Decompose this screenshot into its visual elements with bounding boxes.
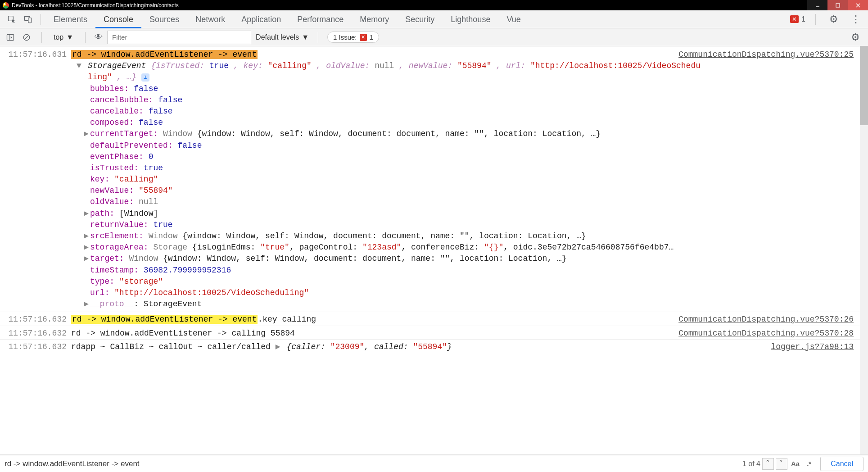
- expand-toggle-icon[interactable]: ▶: [84, 208, 90, 219]
- timestamp: 11:57:16.632: [4, 341, 71, 353]
- object-summary[interactable]: ▼ StorageEvent {isTrusted: true , key: "…: [0, 60, 868, 72]
- levels-label: Default levels: [256, 33, 299, 41]
- error-counter[interactable]: ✕ 1: [790, 15, 805, 23]
- console-messages: 11:57:16.631 rd -> window.addEventListen…: [0, 46, 868, 455]
- prop-row[interactable]: isTrusted: true: [0, 163, 868, 174]
- prop-row[interactable]: type: "storage": [0, 276, 868, 287]
- expand-toggle-icon[interactable]: ▶: [84, 299, 90, 310]
- window-maximize-button[interactable]: [827, 0, 848, 10]
- more-menu-icon[interactable]: ⋮: [847, 14, 864, 25]
- timestamp: 11:57:16.632: [4, 328, 71, 339]
- tab-console[interactable]: Console: [95, 10, 141, 28]
- device-toolbar-icon[interactable]: [22, 13, 34, 26]
- prop-row[interactable]: ▶storageArea: Storage {isLoginEdms: "tru…: [0, 242, 868, 253]
- prop-row[interactable]: url: "http://localhost:10025/VideoSchedu…: [0, 287, 868, 299]
- prop-row[interactable]: ▶srcElement: Window {window: Window, sel…: [0, 231, 868, 242]
- window-titlebar: DevTools - localhost:10025/Communication…: [0, 0, 868, 10]
- window-close-button[interactable]: [848, 0, 868, 10]
- find-prev-button[interactable]: ˄: [762, 458, 774, 470]
- log-row[interactable]: 11:57:16.632 rd -> window.addEventListen…: [0, 326, 868, 339]
- clear-console-icon[interactable]: [21, 32, 32, 43]
- devtools-tabs: Elements Console Sources Network Applica…: [0, 10, 868, 28]
- console-toolbar: top ▼ 👁 Default levels ▼ 1 Issue: ✕ 1 ⚙: [0, 28, 868, 46]
- cancel-button[interactable]: Cancel: [820, 457, 863, 471]
- console-settings-gear-icon[interactable]: ⚙: [847, 32, 863, 43]
- issue-count: 1: [370, 33, 373, 41]
- scrollbar-thumb[interactable]: [860, 46, 868, 125]
- expand-toggle-icon[interactable]: ▶: [84, 242, 90, 253]
- issues-pill[interactable]: 1 Issue: ✕ 1: [327, 32, 379, 43]
- window-title: DevTools - localhost:10025/Communication…: [12, 2, 179, 9]
- find-input[interactable]: [5, 459, 500, 468]
- svg-rect-6: [28, 18, 32, 23]
- log-levels-selector[interactable]: Default levels ▼: [256, 33, 309, 41]
- prop-row[interactable]: key: "calling": [0, 174, 868, 185]
- find-bar: 1 of 4 ˄ ˅ Aa .* Cancel: [0, 455, 868, 472]
- divider: [41, 32, 42, 43]
- error-count: 1: [801, 15, 805, 23]
- tab-performance[interactable]: Performance: [289, 10, 352, 28]
- regex-toggle[interactable]: .*: [807, 460, 811, 467]
- source-link[interactable]: CommunicationDispatching.vue?5370:25: [678, 49, 864, 60]
- source-link[interactable]: logger.js?7a98:13: [771, 341, 864, 353]
- divider: [815, 14, 816, 25]
- log-highlight: rd -> window.addEventListener -> event: [71, 50, 258, 59]
- window-controls: [807, 0, 868, 10]
- prop-row[interactable]: timeStamp: 36982.799999952316: [0, 265, 868, 276]
- tab-lighthouse[interactable]: Lighthouse: [443, 10, 498, 28]
- console-filter-input[interactable]: [107, 31, 251, 44]
- info-badge-icon[interactable]: i: [141, 73, 149, 82]
- prop-row[interactable]: oldValue: null: [0, 196, 868, 208]
- tab-security[interactable]: Security: [397, 10, 443, 28]
- object-summary-cont: ling" , …} i: [0, 72, 868, 83]
- source-link[interactable]: CommunicationDispatching.vue?5370:26: [678, 314, 864, 325]
- execution-context-selector[interactable]: top ▼: [51, 33, 76, 41]
- tab-vue[interactable]: Vue: [498, 10, 529, 28]
- issue-label: 1 Issue:: [333, 33, 357, 41]
- context-label: top: [54, 33, 63, 41]
- prop-row[interactable]: ▶path: [Window]: [0, 208, 868, 219]
- settings-gear-icon[interactable]: ⚙: [826, 14, 842, 25]
- prop-row[interactable]: cancelable: false: [0, 106, 868, 117]
- log-highlight: rd -> window.addEventListener -> event: [71, 315, 258, 324]
- chevron-down-icon: ▼: [302, 33, 309, 41]
- object-type: StorageEvent: [88, 61, 146, 70]
- tab-application[interactable]: Application: [233, 10, 289, 28]
- log-row[interactable]: 11:57:16.631 rd -> window.addEventListen…: [0, 49, 868, 60]
- prop-row[interactable]: newValue: "55894": [0, 185, 868, 196]
- prop-row[interactable]: defaultPrevented: false: [0, 140, 868, 151]
- timestamp: 11:57:16.632: [4, 314, 71, 325]
- find-next-button[interactable]: ˅: [776, 458, 787, 470]
- tab-network[interactable]: Network: [187, 10, 233, 28]
- window-minimize-button[interactable]: [807, 0, 827, 10]
- divider: [41, 14, 41, 25]
- log-row[interactable]: 11:57:16.632 rd -> window.addEventListen…: [0, 312, 868, 325]
- svg-rect-7: [7, 34, 14, 40]
- prop-row[interactable]: ▶currentTarget: Window {window: Window, …: [0, 128, 868, 140]
- prop-row[interactable]: ▶target: Window {window: Window, self: W…: [0, 253, 868, 264]
- match-case-toggle[interactable]: Aa: [791, 460, 800, 467]
- expand-toggle-icon[interactable]: ▶: [84, 231, 90, 242]
- error-badge-icon: ✕: [790, 15, 799, 23]
- prop-row[interactable]: cancelBubble: false: [0, 95, 868, 106]
- inspect-element-icon[interactable]: [5, 13, 18, 26]
- prop-row[interactable]: eventPhase: 0: [0, 151, 868, 163]
- source-link[interactable]: CommunicationDispatching.vue?5370:28: [678, 328, 864, 339]
- prop-row[interactable]: composed: false: [0, 117, 868, 128]
- expand-toggle-icon[interactable]: ▶: [276, 341, 282, 353]
- tab-memory[interactable]: Memory: [352, 10, 397, 28]
- divider: [85, 32, 86, 43]
- prop-row[interactable]: ▶__proto__: StorageEvent: [0, 299, 868, 310]
- tab-elements[interactable]: Elements: [45, 10, 95, 28]
- live-expression-icon[interactable]: 👁: [95, 32, 103, 42]
- console-sidebar-toggle-icon[interactable]: [5, 32, 16, 43]
- expand-toggle-icon[interactable]: ▶: [84, 128, 90, 140]
- chevron-down-icon: ▼: [66, 33, 73, 41]
- prop-row[interactable]: bubbles: false: [0, 83, 868, 95]
- svg-rect-1: [836, 4, 840, 7]
- prop-row[interactable]: returnValue: true: [0, 219, 868, 231]
- expand-toggle-icon[interactable]: ▶: [84, 253, 90, 264]
- expand-toggle-icon[interactable]: ▼: [77, 60, 83, 72]
- log-row[interactable]: 11:57:16.632 rdapp ~ CallBiz ~ callOut ~…: [0, 339, 868, 353]
- tab-sources[interactable]: Sources: [141, 10, 187, 28]
